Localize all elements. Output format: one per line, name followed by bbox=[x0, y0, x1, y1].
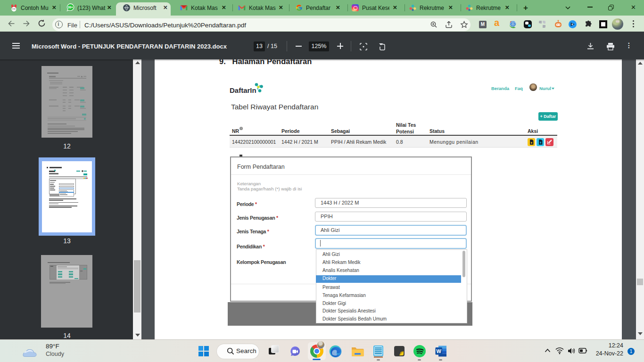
svg-text:W: W bbox=[437, 348, 442, 354]
svg-text:99+: 99+ bbox=[68, 6, 73, 9]
